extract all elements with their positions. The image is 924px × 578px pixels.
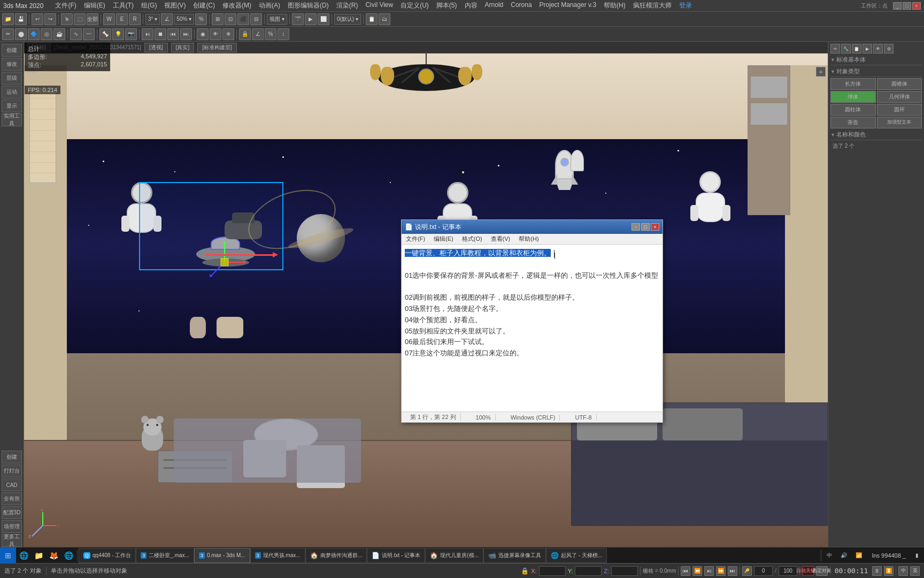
obj-sphere[interactable]: 球体 [830,91,876,103]
save-button[interactable]: 💾 [15,13,27,25]
menu-customize[interactable]: 自定义(U) [397,1,432,11]
menu-content[interactable]: 内容 [461,1,481,11]
menu-script[interactable]: 脚本(5) [433,1,460,11]
menu-crazy[interactable]: 疯狂模渲大师 [630,1,675,11]
notepad-content[interactable]: 一键背景、柜子入库教程，以背景和衣柜为例。 | 01选中你要保存的背景-屏风或者… [402,245,663,412]
camera-btn[interactable]: 📷 [125,28,137,40]
taskbar-plugin-btn[interactable]: 🏠 南梦插件沟通群... [305,548,367,563]
viewport-tab-standard[interactable]: [标准构建层] [197,43,237,52]
time-mode-btn[interactable]: ⏸ [872,566,882,576]
rp-objects-title[interactable]: ▼ 对象类型 [830,67,922,77]
all-btn[interactable]: 全有所 [2,492,22,505]
taskbar-firefox-icon[interactable]: 🦊 [46,548,61,563]
menu-corona[interactable]: Corona [507,1,535,11]
menu-edit[interactable]: 编辑(E) [81,1,109,11]
angle-snap-dropdown[interactable]: 3° ▾ [145,14,160,25]
z-input[interactable] [611,566,638,576]
frame-input[interactable] [754,566,773,576]
taskbar-music-btn[interactable]: 🌐 起风了 - 天梯榜... [546,548,607,563]
teapot-btn[interactable]: ☕ [53,28,65,40]
hide-btn[interactable]: 👁 [210,28,221,40]
modify-icon-btn[interactable]: 🔧 [841,44,851,54]
prev-frame-btn[interactable]: ⏮ [167,28,179,40]
taskbar-3dsmax-2nd-btn[interactable]: 3 二楼卧室_.max... [136,548,194,563]
menu-login[interactable]: 登录 [676,1,695,11]
lock-icon[interactable]: 🔒 [521,567,529,575]
taskbar-notepad-btn[interactable]: 📄 说明.txt - 记事本 [367,548,425,563]
cylinder-btn[interactable]: 🔷 [28,28,40,40]
taskbar-recorder-btn[interactable]: 📹 迅捷屏幕录像工具 [483,548,546,563]
spinner-snap-tog[interactable]: ↕ [278,28,289,40]
menu-graph-editor[interactable]: 图形编辑器(D) [284,1,332,11]
cad-btn[interactable]: CAD [2,478,22,491]
play-btn[interactable]: ⏯ [142,28,153,40]
taskbar-speaker-btn[interactable]: 🔊 [837,551,850,559]
display-icon-btn[interactable]: 👁 [873,44,883,54]
taskbar-network-btn[interactable]: 📶 [852,551,865,559]
spline-btn[interactable]: ∿ [70,28,82,40]
notepad-minimize[interactable]: - [632,223,640,231]
menu-animation[interactable]: 动画(A) [256,1,283,11]
select-button[interactable]: 🖱 [61,13,73,25]
group-button[interactable]: ⊟ [250,13,262,25]
motion-panel-btn[interactable]: 运动 [2,86,22,98]
scene-btn[interactable]: 打灯台 [2,465,22,477]
hierarchy-panel-btn[interactable]: 层级 [2,72,22,85]
next-key-status[interactable]: ⏩ [716,566,726,576]
prev-frame-status[interactable]: ⏮ [681,566,690,576]
viewport-tab-real[interactable]: [真实] [171,43,195,52]
menu-render[interactable]: 渲染(R) [333,1,361,11]
np-menu-help[interactable]: 帮助(H) [517,235,541,243]
open-button[interactable]: 📁 [2,13,14,25]
taskbar-show-desktop-btn[interactable]: ▮ [912,551,922,559]
extra-btn[interactable]: 更多工具 [2,534,22,547]
taskbar-edge-icon[interactable]: 🌐 [16,548,31,563]
minimize-button[interactable]: _ [893,2,902,10]
menu-modifiers[interactable]: 修改器(M) [219,1,255,11]
angle-snap-tog[interactable]: ∠ [252,28,264,40]
notepad-close[interactable]: × [651,223,659,231]
obj-geosphere[interactable]: 几何球体 [877,91,922,103]
scale-button[interactable]: R [129,13,141,25]
utilities-panel-btn[interactable]: 实用工具 [2,113,22,126]
hierarchy-icon-btn[interactable]: 📋 [852,44,861,54]
obj-box[interactable]: 长方体 [830,78,876,90]
viewport-tab-perspective[interactable]: [透视] [144,43,168,52]
display-panel-btn[interactable]: 显示 [2,100,22,112]
nurbs-btn[interactable]: 〰 [83,28,95,40]
y-input[interactable] [575,566,602,576]
align-button[interactable]: ⊞ [212,13,224,25]
render-button[interactable]: ▶ [305,13,317,25]
geosphere-btn[interactable]: ⬤ [15,28,27,40]
menu-arnold[interactable]: Arnold [482,1,507,11]
percent-snap-dropdown[interactable]: 50% ▾ [174,14,194,25]
create-panel-btn[interactable]: 创建 [2,44,22,57]
taskbar-explorer-icon[interactable]: 📁 [31,548,46,563]
notepad-maximize[interactable]: □ [641,223,650,231]
next-frame-btn[interactable]: ⏭ [180,28,192,40]
redo-button[interactable]: ↪ [44,13,56,25]
freeze-btn[interactable]: ❄ [222,28,234,40]
rp-namecolor-title[interactable]: ▼ 名称和颜色 [830,131,922,140]
menu-project-manager[interactable]: Project Manager v.3 [536,1,600,11]
scene-explorer-button[interactable]: 🗂 [379,13,390,25]
util-icon-btn[interactable]: ⚙ [884,44,894,54]
taskbar-qq-btn[interactable]: Q qq4408 - 工作台 [79,548,136,563]
view-dropdown[interactable]: 视图 ▾ [267,14,287,25]
scene-man-btn[interactable]: 场管理 [2,520,22,533]
np-menu-format[interactable]: 格式(O) [460,235,484,243]
rotate-button[interactable]: E [116,13,128,25]
light-btn[interactable]: 💡 [112,28,124,40]
bone-btn[interactable]: 🦴 [99,28,111,40]
select-all-button[interactable]: 全部 [87,13,98,25]
material-editor-button[interactable]: ⬜ [318,13,329,25]
frame-end-input[interactable] [779,566,797,576]
taskbar-3dsmax-3rd-btn[interactable]: 3 现代男孩.max... [250,548,305,563]
move-button[interactable]: W [103,13,115,25]
menu-civil-view[interactable]: Civil View [362,1,396,11]
windows-start-button[interactable]: ⊞ [0,547,16,564]
percent-snap-tog[interactable]: % [265,28,276,40]
add-viewport-btn[interactable]: + [816,67,826,77]
obj-cylinder[interactable]: 圆柱体 [830,104,876,116]
obj-cone[interactable]: 圆锥体 [877,78,922,90]
